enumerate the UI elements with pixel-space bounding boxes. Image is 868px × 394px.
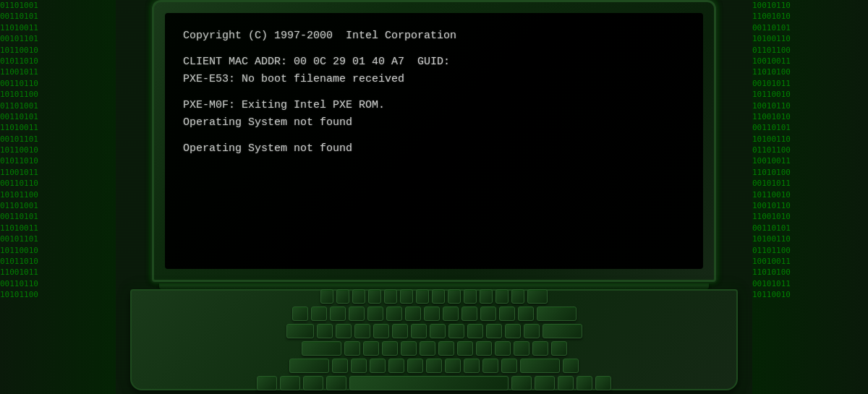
key-f2[interactable] <box>352 289 365 304</box>
key-h[interactable] <box>438 341 454 356</box>
laptop-screen-bezel: Copyright (C) 1997-2000 Intel Corporatio… <box>165 13 703 269</box>
key-slash[interactable] <box>501 359 517 373</box>
key-w[interactable] <box>336 324 352 338</box>
key-f11[interactable] <box>495 289 509 304</box>
key-lalt[interactable] <box>326 376 346 390</box>
key-left[interactable] <box>558 376 574 390</box>
key-3[interactable] <box>349 307 365 321</box>
screen-line-4 <box>183 88 456 97</box>
key-o[interactable] <box>467 324 483 338</box>
key-b[interactable] <box>407 359 423 373</box>
key-hash[interactable] <box>551 341 567 356</box>
key-rctrl[interactable] <box>535 376 555 390</box>
key-right[interactable] <box>595 376 611 390</box>
keyboard-row-bottom <box>257 376 611 390</box>
key-quote[interactable] <box>532 341 548 356</box>
key-z[interactable] <box>332 359 348 373</box>
laptop-hinge <box>159 282 709 289</box>
key-m[interactable] <box>445 359 461 373</box>
screen-line-5: PXE-M0F: Exiting Intel PXE ROM. <box>183 97 456 114</box>
key-equals[interactable] <box>518 307 534 321</box>
key-a[interactable] <box>344 341 360 356</box>
key-rshift[interactable] <box>520 359 560 373</box>
key-e[interactable] <box>354 324 370 338</box>
keyboard-row-fn <box>320 289 548 304</box>
keyboard-row-asdf <box>302 341 567 356</box>
key-f1[interactable] <box>336 289 349 304</box>
key-backtick[interactable] <box>292 307 308 321</box>
key-enter[interactable] <box>542 324 582 338</box>
screen-line-3: PXE-E53: No boot filename received <box>183 71 456 88</box>
key-i[interactable] <box>448 324 464 338</box>
key-d[interactable] <box>382 341 398 356</box>
screen-line-2: CLIENT MAC ADDR: 00 0C 29 01 40 A7 GUID: <box>183 53 456 71</box>
key-1[interactable] <box>311 307 327 321</box>
key-c[interactable] <box>370 359 386 373</box>
key-f7[interactable] <box>432 289 445 304</box>
key-caps[interactable] <box>302 341 341 356</box>
key-semi[interactable] <box>514 341 529 356</box>
key-y[interactable] <box>411 324 427 338</box>
key-ralt[interactable] <box>511 376 532 390</box>
key-rbracket[interactable] <box>524 324 540 338</box>
key-comma[interactable] <box>464 359 480 373</box>
laptop-container: Copyright (C) 1997-2000 Intel Corporatio… <box>0 0 868 394</box>
key-u[interactable] <box>430 324 446 338</box>
key-f4[interactable] <box>384 289 397 304</box>
screen-line-6: Operating System not found <box>183 114 456 132</box>
key-f5[interactable] <box>400 289 413 304</box>
key-ctrl[interactable] <box>257 376 277 390</box>
keyboard-row-numbers <box>292 307 576 321</box>
key-f8[interactable] <box>448 289 461 304</box>
key-j[interactable] <box>457 341 473 356</box>
key-2[interactable] <box>330 307 346 321</box>
key-f[interactable] <box>401 341 417 356</box>
key-r[interactable] <box>373 324 389 338</box>
screen-content: Copyright (C) 1997-2000 Intel Corporatio… <box>183 27 456 158</box>
key-f10[interactable] <box>480 289 493 304</box>
key-6[interactable] <box>405 307 421 321</box>
laptop: Copyright (C) 1997-2000 Intel Corporatio… <box>123 0 745 394</box>
key-5[interactable] <box>386 307 402 321</box>
key-v[interactable] <box>388 359 404 373</box>
screen-line-8: Operating System not found <box>183 140 456 158</box>
key-minus[interactable] <box>499 307 515 321</box>
key-x[interactable] <box>351 359 367 373</box>
keyboard-row-zxcv <box>289 359 579 373</box>
key-f9[interactable] <box>464 289 477 304</box>
key-f12[interactable] <box>511 289 524 304</box>
keyboard-row-qwerty <box>286 324 582 338</box>
key-0[interactable] <box>480 307 496 321</box>
screen-line-7 <box>183 132 456 140</box>
key-down[interactable] <box>576 376 592 390</box>
key-s[interactable] <box>363 341 379 356</box>
key-k[interactable] <box>476 341 492 356</box>
key-7[interactable] <box>424 307 440 321</box>
laptop-base <box>130 289 738 390</box>
key-8[interactable] <box>443 307 459 321</box>
key-f3[interactable] <box>368 289 381 304</box>
key-q[interactable] <box>317 324 333 338</box>
key-up[interactable] <box>563 359 579 373</box>
key-lshift[interactable] <box>289 359 329 373</box>
key-tab[interactable] <box>286 324 314 338</box>
key-win[interactable] <box>303 376 323 390</box>
laptop-screen-outer: Copyright (C) 1997-2000 Intel Corporatio… <box>152 0 716 282</box>
key-space[interactable] <box>349 376 509 390</box>
key-del[interactable] <box>527 289 548 304</box>
key-fn-key[interactable] <box>280 376 300 390</box>
screen-line-1 <box>183 45 456 53</box>
key-g[interactable] <box>420 341 435 356</box>
key-9[interactable] <box>461 307 477 321</box>
key-4[interactable] <box>367 307 383 321</box>
screen-line-0: Copyright (C) 1997-2000 Intel Corporatio… <box>183 27 456 45</box>
key-esc[interactable] <box>320 289 333 304</box>
key-period[interactable] <box>482 359 498 373</box>
key-backspace[interactable] <box>537 307 576 321</box>
key-f6[interactable] <box>416 289 429 304</box>
key-t[interactable] <box>392 324 408 338</box>
key-p[interactable] <box>486 324 502 338</box>
key-n[interactable] <box>426 359 442 373</box>
key-l[interactable] <box>495 341 511 356</box>
key-lbracket[interactable] <box>505 324 521 338</box>
